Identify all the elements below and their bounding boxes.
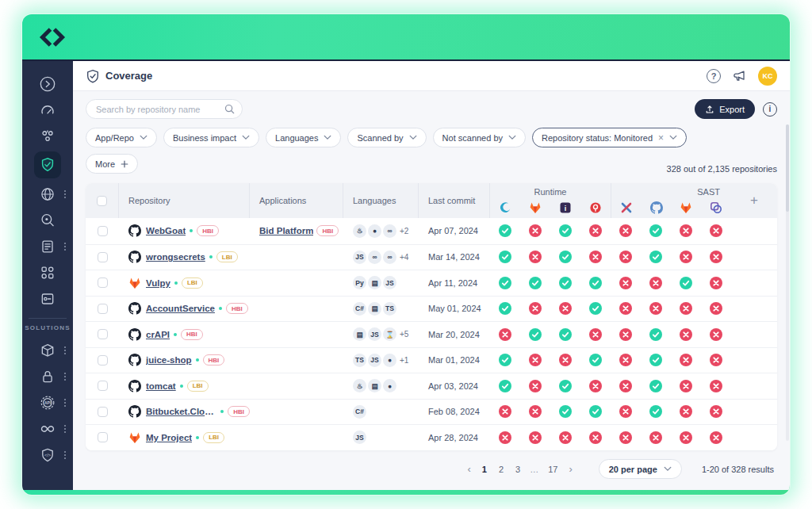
impact-badge: HBI bbox=[181, 329, 203, 340]
page-number[interactable]: 2 bbox=[496, 465, 506, 474]
column-header-last-commit[interactable]: Last commit bbox=[419, 183, 490, 218]
scan-status-fail-icon bbox=[671, 251, 701, 263]
repository-link[interactable]: juice-shop bbox=[146, 355, 192, 365]
repository-link[interactable]: Bitbucket.Cloud... bbox=[146, 407, 216, 416]
repository-link[interactable]: Vulpy bbox=[146, 278, 170, 288]
export-button[interactable]: Export bbox=[695, 99, 755, 119]
sidebar-item-investigation[interactable] bbox=[22, 207, 73, 233]
filter-chip[interactable]: App/Repo bbox=[86, 128, 157, 147]
status-dot bbox=[209, 255, 213, 258]
sidebar-item-reports[interactable] bbox=[22, 233, 73, 259]
filter-chip[interactable]: Scanned by bbox=[347, 128, 426, 147]
filter-chip[interactable]: Business impact bbox=[163, 128, 259, 147]
repo-source-icon bbox=[128, 431, 141, 444]
row-checkbox[interactable] bbox=[98, 407, 108, 417]
table-row[interactable]: juice-shopHBITSJS●+1Mar 01, 2024 bbox=[86, 347, 777, 373]
user-avatar[interactable]: KC bbox=[758, 67, 777, 86]
sidebar-item-dashboard[interactable] bbox=[22, 97, 73, 123]
sidebar-item-coverage[interactable] bbox=[22, 149, 73, 181]
filter-chip[interactable]: Not scanned by bbox=[433, 128, 526, 147]
repository-link[interactable]: wrongsecrets bbox=[146, 252, 205, 262]
scan-status-fail-icon bbox=[611, 431, 641, 444]
table-row[interactable]: WebGoatHBIBid PlatformHBI♨●∞+2Apr 07, 20… bbox=[86, 218, 777, 244]
column-header-applications[interactable]: Applications bbox=[250, 183, 343, 218]
page-number[interactable]: 3 bbox=[513, 465, 523, 474]
more-filters-chip[interactable]: More bbox=[86, 154, 138, 174]
next-page-icon[interactable]: › bbox=[567, 463, 573, 475]
scanner-gitlab-fox-icon[interactable] bbox=[520, 197, 550, 218]
row-checkbox[interactable] bbox=[98, 329, 108, 339]
repository-link[interactable]: My Project bbox=[146, 433, 192, 442]
scanner-purple-rings-icon[interactable] bbox=[701, 197, 731, 218]
repo-source-icon bbox=[128, 380, 141, 392]
row-checkbox[interactable] bbox=[98, 277, 108, 288]
sidebar-item-cicd[interactable] bbox=[22, 415, 73, 442]
repository-link[interactable]: tomcat bbox=[146, 381, 176, 391]
table-row[interactable]: wrongsecretsLBIJS∞∞+4Mar 14, 2024 bbox=[86, 244, 777, 270]
svg-text:i: i bbox=[565, 205, 567, 212]
sidebar-item-internet-facing[interactable] bbox=[22, 181, 73, 207]
kebab-menu-icon[interactable] bbox=[64, 190, 66, 198]
prev-page-icon[interactable]: ‹ bbox=[465, 463, 472, 475]
row-checkbox[interactable] bbox=[98, 252, 108, 262]
help-icon[interactable]: ? bbox=[707, 69, 721, 83]
sidebar-item-secrets-lock[interactable] bbox=[22, 363, 73, 389]
scanner-dark-square-i-icon[interactable]: i bbox=[550, 197, 580, 218]
sidebar-item-api-security[interactable]: API bbox=[22, 389, 73, 415]
row-checkbox[interactable] bbox=[98, 226, 108, 236]
row-checkbox[interactable] bbox=[98, 304, 108, 314]
language-python-chip: Py bbox=[353, 276, 366, 289]
column-header-languages[interactable]: Languages bbox=[343, 183, 419, 218]
last-commit-date: Mar 20, 2024 bbox=[428, 330, 480, 339]
sidebar-collapse-icon[interactable] bbox=[22, 71, 73, 97]
column-header-repository[interactable]: Repository bbox=[119, 183, 250, 218]
kebab-menu-icon[interactable] bbox=[64, 243, 66, 251]
select-all-checkbox[interactable] bbox=[97, 196, 107, 206]
row-checkbox[interactable] bbox=[98, 432, 108, 442]
kebab-menu-icon[interactable] bbox=[64, 346, 66, 354]
language-java-chip: ♨ bbox=[353, 224, 366, 238]
sidebar-item-risks[interactable] bbox=[22, 123, 73, 149]
sidebar-item-inventory[interactable] bbox=[22, 259, 73, 285]
row-checkbox[interactable] bbox=[98, 355, 108, 365]
table-row[interactable]: AccountServiceHBIC#▤TSMay 01, 2024 bbox=[86, 296, 777, 322]
filter-chip[interactable]: Languages bbox=[266, 128, 341, 147]
scrollbar-thumb[interactable] bbox=[786, 124, 789, 212]
scan-status-fail-icon bbox=[550, 302, 580, 315]
vertical-scrollbar[interactable] bbox=[786, 124, 789, 441]
sidebar-item-supply-chain[interactable] bbox=[22, 337, 73, 363]
kebab-menu-icon[interactable] bbox=[64, 451, 66, 459]
announcements-icon[interactable] bbox=[732, 69, 747, 83]
kebab-menu-icon[interactable] bbox=[64, 399, 66, 407]
add-column-button[interactable]: + bbox=[731, 183, 777, 218]
scanner-github-blue-icon[interactable] bbox=[642, 197, 672, 218]
sidebar-item-secrets[interactable] bbox=[22, 285, 73, 312]
kebab-menu-icon[interactable] bbox=[64, 373, 66, 381]
per-page-select[interactable]: 20 per page bbox=[599, 459, 682, 479]
table-row[interactable]: My ProjectLBIJSApr 28, 2024 bbox=[86, 424, 777, 450]
repo-source-icon bbox=[128, 277, 141, 289]
scanner-red-pin-icon[interactable] bbox=[580, 197, 611, 218]
info-icon[interactable]: i bbox=[763, 102, 777, 117]
scanner-checkmarx-x-icon[interactable] bbox=[611, 197, 642, 218]
repository-link[interactable]: AccountService bbox=[146, 304, 215, 313]
table-row[interactable]: crAPIHBI▤JS⌛+5Mar 20, 2024 bbox=[86, 321, 777, 347]
scanner-gitlab-fox-icon[interactable] bbox=[672, 197, 702, 218]
table-row[interactable]: VulpyLBIPy▤JSApr 11, 2024 bbox=[86, 270, 777, 296]
page-number[interactable]: 17 bbox=[546, 465, 560, 474]
page-number[interactable]: 1 bbox=[480, 465, 489, 474]
filter-chip[interactable]: Repository status: Monitored× bbox=[532, 128, 687, 147]
clear-filter-icon[interactable]: × bbox=[658, 133, 664, 143]
scanner-blue-crescent-icon[interactable] bbox=[490, 197, 520, 218]
table-row[interactable]: tomcatLBI♨▤●Apr 03, 2024 bbox=[86, 373, 777, 399]
search-input[interactable] bbox=[86, 105, 242, 114]
language-js-chip: JS bbox=[368, 327, 381, 341]
application-link[interactable]: Bid Platform bbox=[259, 226, 313, 235]
kebab-menu-icon[interactable] bbox=[64, 425, 66, 433]
scan-status-pass-icon bbox=[580, 302, 611, 315]
sidebar-item-code-security[interactable]: </> bbox=[22, 442, 73, 468]
repository-link[interactable]: WebGoat bbox=[146, 226, 186, 235]
table-row[interactable]: Bitbucket.Cloud...HBIC#Feb 08, 2024 bbox=[86, 399, 777, 425]
row-checkbox[interactable] bbox=[98, 381, 108, 391]
repository-link[interactable]: crAPI bbox=[146, 330, 170, 339]
